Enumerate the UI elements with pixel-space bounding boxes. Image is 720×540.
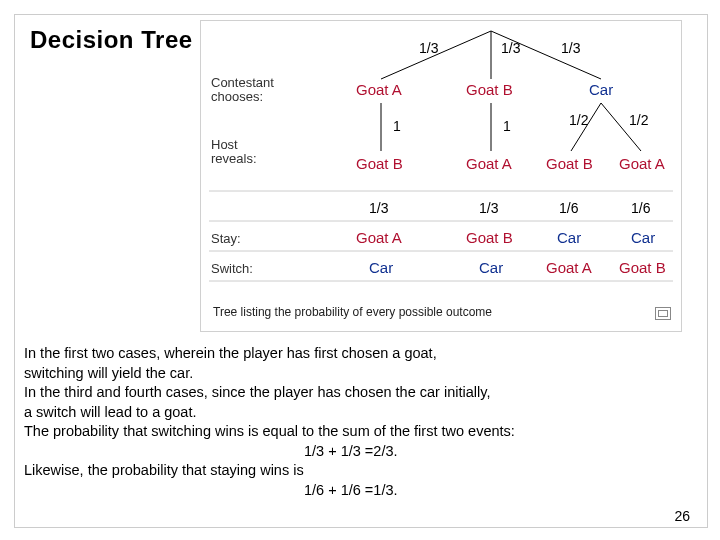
switch-2: Goat A	[546, 259, 592, 276]
row-stay: Stay:	[211, 231, 241, 246]
body-l1: In the first two cases, wherein the play…	[24, 344, 704, 364]
lprob-0: 1/3	[369, 200, 389, 216]
hprob-0: 1	[393, 118, 401, 134]
switch-0: Car	[369, 259, 393, 276]
body-l4: a switch will lead to a goat.	[24, 403, 704, 423]
body-l8: 1/6 + 1/6 =1/3.	[24, 481, 704, 501]
prob-top-0: 1/3	[419, 40, 439, 56]
reveal-2: Goat B	[546, 155, 593, 172]
stay-1: Goat B	[466, 229, 513, 246]
row-switch: Switch:	[211, 261, 253, 276]
reveal-1: Goat A	[466, 155, 512, 172]
lprob-3: 1/6	[631, 200, 651, 216]
lprob-1: 1/3	[479, 200, 499, 216]
prob-top-2: 1/3	[561, 40, 581, 56]
hprob-3: 1/2	[629, 112, 649, 128]
row-host-1: Host	[211, 137, 238, 152]
prob-top-1: 1/3	[501, 40, 521, 56]
choose-0: Goat A	[356, 81, 402, 98]
decision-tree-figure: 1/3 1/3 1/3 Contestant chooses: Host rev…	[200, 20, 682, 332]
stay-0: Goat A	[356, 229, 402, 246]
figure-caption: Tree listing the probability of every po…	[213, 305, 492, 319]
body-l2: switching will yield the car.	[24, 364, 704, 384]
hprob-1: 1	[503, 118, 511, 134]
lprob-2: 1/6	[559, 200, 579, 216]
decision-tree-svg: 1/3 1/3 1/3 Contestant chooses: Host rev…	[201, 21, 681, 301]
stay-3: Car	[631, 229, 655, 246]
body-l5: The probability that switching wins is e…	[24, 422, 704, 442]
row-contestant-1: Contestant	[211, 75, 274, 90]
reveal-0: Goat B	[356, 155, 403, 172]
slide-title: Decision Tree	[30, 26, 193, 54]
expand-icon[interactable]	[655, 307, 671, 320]
body-l7: Likewise, the probability that staying w…	[24, 461, 704, 481]
reveal-3: Goat A	[619, 155, 665, 172]
row-host-2: reveals:	[211, 151, 257, 166]
body-l6: 1/3 + 1/3 =2/3.	[24, 442, 704, 462]
switch-3: Goat B	[619, 259, 666, 276]
stay-2: Car	[557, 229, 581, 246]
body-text: In the first two cases, wherein the play…	[24, 344, 704, 501]
choose-1: Goat B	[466, 81, 513, 98]
switch-1: Car	[479, 259, 503, 276]
choose-2: Car	[589, 81, 613, 98]
page-number: 26	[674, 508, 690, 524]
body-l3: In the third and fourth cases, since the…	[24, 383, 704, 403]
hprob-2: 1/2	[569, 112, 589, 128]
row-contestant-2: chooses:	[211, 89, 263, 104]
